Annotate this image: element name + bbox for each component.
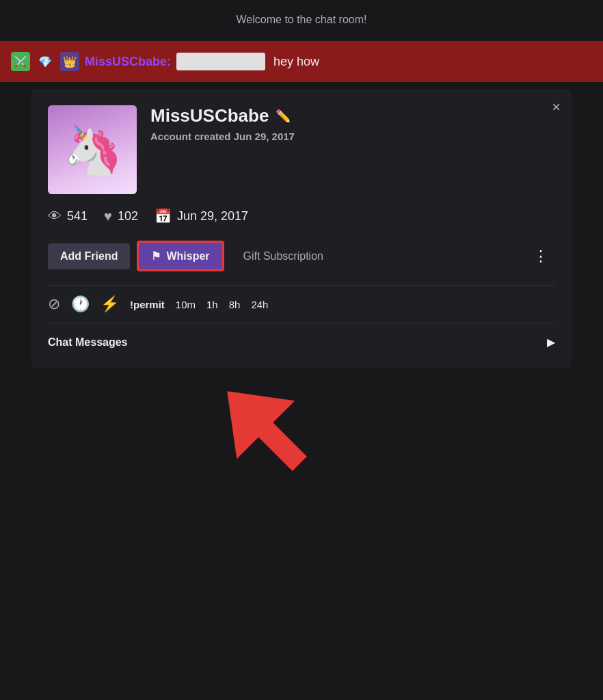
heart-icon: ♥ — [104, 208, 112, 224]
gift-subscription-button[interactable]: Gift Subscription — [231, 243, 336, 269]
arrow-annotation — [219, 369, 342, 520]
chat-redacted-content — [176, 53, 265, 70]
whisper-flag-icon: ⚑ — [151, 250, 161, 262]
chat-messages-label: Chat Messages — [48, 336, 128, 349]
ban-icon[interactable]: ⊘ — [48, 295, 60, 313]
actions-row: Add Friend ⚑ Whisper Gift Subscription ⋮ — [48, 241, 555, 271]
account-created-text: Account created Jun 29, 2017 — [150, 131, 555, 142]
time-24h[interactable]: 24h — [251, 299, 268, 310]
welcome-text: Welcome to the chat room! — [0, 14, 603, 26]
permit-label: !permit — [130, 299, 165, 310]
chat-messages-row[interactable]: Chat Messages ▶ — [48, 333, 555, 351]
edit-icon[interactable]: ✏️ — [276, 109, 291, 124]
calendar-icon: 📅 — [155, 208, 172, 224]
user-avatar — [48, 105, 137, 194]
views-icon: 👁 — [48, 208, 62, 224]
time-1h[interactable]: 1h — [206, 299, 218, 310]
add-friend-button[interactable]: Add Friend — [48, 243, 130, 269]
badge-sword-icon: ⚔️ — [11, 52, 30, 71]
time-8h[interactable]: 8h — [229, 299, 241, 310]
chat-bar: ⚔️ 💎 👑 MissUSCbabe: hey how — [0, 41, 603, 82]
red-arrow-svg — [219, 369, 342, 520]
svg-marker-1 — [219, 369, 295, 459]
views-stat: 👁 541 — [48, 208, 88, 224]
hearts-stat: ♥ 102 — [104, 208, 138, 224]
user-info: MissUSCbabe ✏️ Account created Jun 29, 2… — [150, 105, 555, 142]
mod-row: ⊘ 🕐 ⚡ !permit 10m 1h 8h 24h — [48, 285, 555, 323]
user-name-row: MissUSCbabe ✏️ — [150, 105, 555, 126]
views-count: 541 — [67, 209, 88, 224]
timeout-icon[interactable]: 🕐 — [71, 295, 90, 313]
date-stat: 📅 Jun 29, 2017 — [155, 208, 248, 224]
badge-crown-icon: 👑 — [60, 52, 79, 71]
chat-username: MissUSCbabe: — [85, 55, 171, 69]
badge-gem-icon: 💎 — [36, 52, 55, 71]
hearts-count: 102 — [118, 209, 138, 224]
user-header: MissUSCbabe ✏️ Account created Jun 29, 2… — [48, 105, 555, 194]
more-options-button[interactable]: ⋮ — [526, 245, 555, 268]
avatar-image — [48, 105, 137, 194]
lightning-icon[interactable]: ⚡ — [100, 295, 119, 313]
time-10m[interactable]: 10m — [176, 299, 196, 310]
user-card: × MissUSCbabe ✏️ Account created Jun 29,… — [31, 89, 572, 368]
svg-rect-0 — [230, 394, 307, 471]
close-button[interactable]: × — [552, 100, 561, 115]
chat-message-text: hey how — [273, 55, 319, 69]
whisper-label: Whisper — [166, 250, 209, 262]
stats-row: 👁 541 ♥ 102 📅 Jun 29, 2017 — [48, 208, 555, 224]
created-date: Jun 29, 2017 — [177, 209, 248, 224]
user-display-name: MissUSCbabe — [150, 105, 269, 126]
whisper-button[interactable]: ⚑ Whisper — [137, 241, 224, 271]
chevron-right-icon[interactable]: ▶ — [547, 336, 555, 349]
